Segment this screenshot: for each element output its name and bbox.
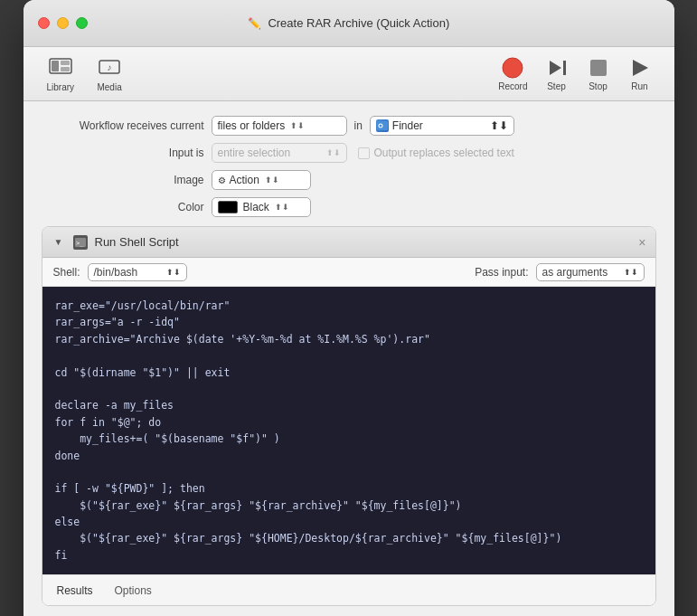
svg-rect-3 (61, 67, 70, 71)
options-tab[interactable]: Options (111, 583, 155, 599)
color-label: Color (42, 201, 204, 213)
output-replaces-checkbox-group: Output replaces selected text (358, 147, 514, 159)
workflow-receives-label: Workflow receives current (42, 119, 204, 132)
window-title-text: Create RAR Archive (Quick Action) (268, 16, 449, 30)
collapse-button[interactable]: ▼ (52, 235, 66, 250)
media-label: Media (97, 82, 121, 92)
workflow-receives-value: files or folders (218, 119, 286, 132)
pass-input-label: Pass input: (475, 266, 528, 279)
record-button[interactable]: Record (491, 52, 534, 95)
svg-point-6 (503, 58, 523, 78)
window-title: ✏️ Create RAR Archive (Quick Action) (38, 16, 660, 30)
minimize-button[interactable] (57, 17, 69, 29)
color-row: Color Black ⬆⬇ (42, 197, 656, 217)
step-button[interactable]: Step (537, 52, 577, 95)
results-tab[interactable]: Results (53, 583, 97, 599)
workflow-receives-arrow: ⬆⬇ (290, 121, 305, 130)
color-select[interactable]: Black ⬆⬇ (212, 197, 311, 217)
output-replaces-checkbox[interactable] (358, 147, 370, 159)
shell-select[interactable]: /bin/bash ⬆⬇ (88, 263, 187, 281)
code-content: rar_exe="/usr/local/bin/rar" rar_args="a… (55, 298, 643, 564)
maximize-button[interactable] (76, 17, 88, 29)
svg-text:♪: ♪ (108, 62, 112, 72)
toolbar-left: Library ♪ Media (38, 50, 488, 98)
script-icon: >_ (73, 235, 88, 250)
color-arrow: ⬆⬇ (275, 203, 289, 212)
input-is-arrow: ⬆⬇ (326, 148, 341, 157)
image-select[interactable]: ⚙ Action ⬆⬇ (212, 170, 311, 190)
traffic-lights (38, 17, 88, 29)
stop-label: Stop (589, 81, 608, 91)
color-swatch (218, 201, 238, 213)
in-label: in (354, 119, 363, 132)
workflow-receives-row: Workflow receives current files or folde… (42, 116, 656, 136)
shell-arrow: ⬆⬇ (166, 268, 181, 277)
media-button[interactable]: ♪ Media (87, 50, 132, 98)
image-arrow: ⬆⬇ (265, 175, 279, 185)
pass-input-arrow: ⬆⬇ (624, 268, 638, 277)
main-window: ✏️ Create RAR Archive (Quick Action) Lib… (24, 0, 674, 616)
output-replaces-label: Output replaces selected text (374, 147, 514, 159)
svg-marker-7 (550, 61, 561, 75)
input-is-select[interactable]: entire selection ⬆⬇ (212, 143, 347, 163)
toolbar-right: Record Step Stop (491, 52, 659, 95)
svg-marker-10 (633, 60, 648, 76)
script-footer: Results Options (42, 574, 655, 605)
step-icon (545, 56, 569, 80)
record-label: Record (498, 81, 527, 91)
svg-point-13 (379, 125, 381, 128)
toolbar: Library ♪ Media Record (24, 47, 674, 101)
script-toolbar: Shell: /bin/bash ⬆⬇ Pass input: as argum… (42, 258, 655, 287)
image-row: Image ⚙ Action ⬆⬇ (42, 170, 656, 190)
finder-icon (376, 119, 389, 132)
stop-button[interactable]: Stop (579, 52, 618, 95)
finder-select[interactable]: Finder ⬆⬇ (370, 116, 514, 136)
image-label: Image (42, 174, 204, 186)
pass-input-value: as arguments (542, 266, 608, 279)
svg-rect-8 (563, 61, 566, 75)
record-icon (501, 56, 524, 80)
run-label: Run (631, 81, 647, 91)
close-button[interactable] (38, 17, 50, 29)
image-value: Action (230, 174, 259, 186)
svg-rect-1 (52, 61, 59, 71)
script-header: ▼ >_ Run Shell Script × (42, 227, 655, 258)
script-title: Run Shell Script (95, 235, 632, 249)
code-editor[interactable]: rar_exe="/usr/local/bin/rar" rar_args="a… (42, 287, 655, 574)
script-close-button[interactable]: × (638, 235, 645, 250)
stop-icon (587, 56, 610, 80)
svg-rect-9 (590, 60, 607, 76)
input-is-placeholder: entire selection (218, 147, 291, 159)
run-button[interactable]: Run (620, 52, 660, 95)
media-icon: ♪ (97, 55, 122, 81)
shell-value: /bin/bash (94, 266, 138, 279)
finder-arrow: ⬆⬇ (490, 119, 508, 132)
library-button[interactable]: Library (38, 50, 84, 98)
script-section: ▼ >_ Run Shell Script × Shell: /bin/bash… (42, 226, 656, 606)
workflow-receives-select[interactable]: files or folders ⬆⬇ (212, 116, 347, 136)
input-is-label: Input is (42, 147, 204, 159)
input-is-row: Input is entire selection ⬆⬇ Output repl… (42, 143, 656, 163)
content-area: Workflow receives current files or folde… (24, 101, 674, 616)
color-value: Black (243, 201, 269, 213)
run-icon (628, 56, 652, 80)
finder-label: Finder (392, 119, 423, 132)
action-icon-symbol: ⚙ (218, 175, 226, 185)
library-label: Library (47, 82, 75, 92)
titlebar: ✏️ Create RAR Archive (Quick Action) (24, 0, 674, 47)
shell-label: Shell: (53, 266, 80, 279)
pass-input-select[interactable]: as arguments ⬆⬇ (536, 263, 645, 281)
library-icon (48, 55, 73, 81)
svg-text:>_: >_ (76, 240, 84, 247)
svg-rect-2 (61, 61, 70, 65)
step-label: Step (547, 81, 566, 91)
